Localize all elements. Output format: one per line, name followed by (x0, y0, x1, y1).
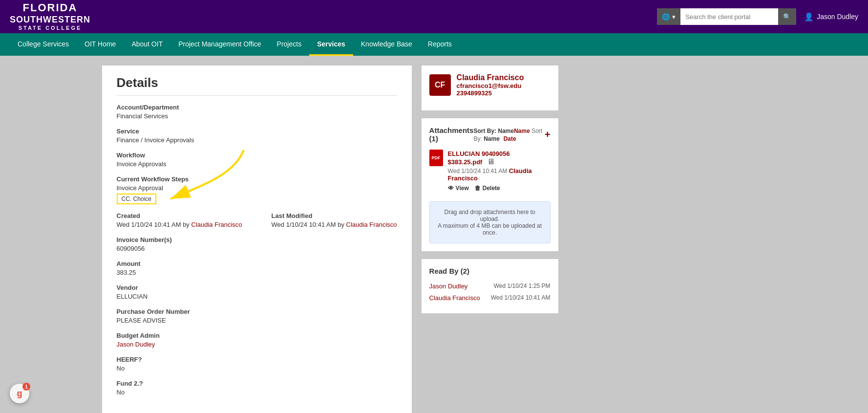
field-workflow: Workflow Invoice Approvals (117, 152, 397, 168)
budget-admin-label: Budget Admin (117, 332, 397, 339)
cc-choice-badge: CC. Choice (117, 194, 156, 204)
invoice-number-label: Invoice Number(s) (117, 236, 397, 243)
read-by-title: Read By (2) (429, 267, 470, 275)
service-label: Service (117, 128, 397, 135)
attachment-meta: Wed 1/10/24 10:41 AM Claudia Francisco (448, 167, 550, 182)
field-current-workflow-steps: Current Workflow Steps Invoice Approval … (117, 175, 397, 204)
read-by-date-0: Wed 1/10/24 1:25 PM (494, 283, 550, 289)
nav-about-oit[interactable]: About OIT (124, 33, 170, 56)
delete-attachment-link[interactable]: 🗑 Delete (475, 185, 500, 192)
drop-zone[interactable]: Drag and drop attachments here to upload… (429, 201, 550, 243)
created-value: Wed 1/10/24 10:41 AM by Claudia Francisc… (117, 221, 242, 228)
search-input[interactable] (680, 10, 778, 23)
budget-admin-link[interactable]: Jason Dudley (117, 341, 155, 348)
workflow-value: Invoice Approvals (117, 160, 397, 168)
globe-button[interactable]: 🌐 ▾ (657, 8, 680, 25)
purchase-order-value: PLEASE ADVISE (117, 317, 397, 324)
amount-value: 383.25 (117, 269, 397, 276)
monitor-icon: 🖥 (487, 157, 495, 166)
workflow-step-cc: CC. Choice (117, 194, 397, 204)
user-area: 👤 Jason Dudley (804, 12, 858, 22)
nav-reports[interactable]: Reports (420, 33, 460, 56)
invoice-number-value: 60909056 (117, 245, 397, 252)
attachments-header: Attachments (1) Sort By: NameName Sort B… (429, 126, 550, 143)
grammarly-count: 1 (22, 383, 30, 391)
main-wrapper: Details Account/Department Financial Ser… (92, 56, 776, 413)
attachment-info: ELLUCIAN 90409056 $383.25.pdf 🖥 Wed 1/10… (448, 150, 550, 192)
field-created: Created Wed 1/10/24 10:41 AM by Claudia … (117, 212, 242, 228)
workflow-step-invoice: Invoice Approval (117, 184, 397, 192)
fund2-label: Fund 2.? (117, 380, 397, 387)
read-by-card: Read By (2) Jason Dudley Wed 1/10/24 1:2… (422, 259, 558, 313)
grammarly-badge[interactable]: g 1 (10, 384, 29, 403)
vendor-label: Vendor (117, 284, 397, 291)
field-invoice-number: Invoice Number(s) 60909056 (117, 236, 397, 252)
nav-knowledge-base[interactable]: Knowledge Base (353, 33, 420, 56)
amount-label: Amount (117, 260, 397, 267)
field-last-modified: Last Modified Wed 1/10/24 10:41 AM by Cl… (272, 212, 397, 228)
read-by-link-1[interactable]: Claudia Francisco (429, 294, 480, 302)
purchase-order-label: Purchase Order Number (117, 308, 397, 315)
heerf-label: HEERF? (117, 356, 397, 363)
created-by-link[interactable]: Claudia Francisco (191, 221, 242, 228)
view-icon: 👁 (448, 185, 454, 192)
sort-controls: Sort By: NameName Sort By: Name Date (473, 127, 544, 142)
view-attachment-link[interactable]: 👁 View (448, 185, 469, 192)
search-button[interactable]: 🔍 (778, 8, 796, 25)
attachment-name-link[interactable]: ELLUCIAN 90409056 $383.25.pdf (448, 150, 510, 166)
last-modified-value: Wed 1/10/24 10:41 AM by Claudia Francisc… (272, 221, 397, 228)
contact-card: CF Claudia Francisco cfrancisco1@fsw.edu… (422, 65, 558, 110)
attachment-actions: 👁 View 🗑 Delete (448, 185, 550, 192)
read-by-row-0: Jason Dudley Wed 1/10/24 1:25 PM (429, 282, 550, 290)
account-department-value: Financial Services (117, 112, 397, 120)
nav-pmo[interactable]: Project Management Office (170, 33, 269, 56)
nav-services[interactable]: Services (309, 33, 353, 56)
navigation: College Services OIT Home About OIT Proj… (0, 33, 868, 56)
workflow-steps: Invoice Approval CC. Choice (117, 184, 397, 204)
header: FLORIDA SOUTHWESTERN STATE COLLEGE 🌐 ▾ 🔍… (0, 0, 868, 33)
vendor-value: ELLUCIAN (117, 293, 397, 300)
account-department-label: Account/Department (117, 104, 397, 111)
last-modified-by-link[interactable]: Claudia Francisco (346, 221, 397, 228)
read-by-name-0: Jason Dudley (429, 282, 468, 290)
created-modified-row: Created Wed 1/10/24 10:41 AM by Claudia … (117, 212, 397, 236)
created-label: Created (117, 212, 242, 219)
nav-projects[interactable]: Projects (269, 33, 310, 56)
sort-label: Sort By: NameName (473, 128, 531, 134)
field-account-department: Account/Department Financial Services (117, 104, 397, 120)
trash-icon: 🗑 (475, 185, 481, 192)
pdf-icon: PDF (429, 150, 443, 166)
heerf-value: No (117, 365, 397, 372)
service-value: Finance / Invoice Approvals (117, 136, 397, 144)
logo: FLORIDA SOUTHWESTERN STATE COLLEGE (10, 1, 90, 31)
budget-admin-value: Jason Dudley (117, 341, 397, 348)
read-by-header: Read By (2) (429, 267, 550, 275)
sidebar: CF Claudia Francisco cfrancisco1@fsw.edu… (422, 65, 558, 413)
current-workflow-steps-label: Current Workflow Steps (117, 175, 397, 183)
add-attachment-button[interactable]: + (545, 129, 550, 140)
field-service: Service Finance / Invoice Approvals (117, 128, 397, 144)
workflow-label: Workflow (117, 152, 397, 159)
contact-info: Claudia Francisco cfrancisco1@fsw.edu 23… (457, 73, 524, 97)
field-budget-admin: Budget Admin Jason Dudley (117, 332, 397, 348)
avatar: CF (429, 74, 451, 96)
read-by-row-1: Claudia Francisco Wed 1/10/24 10:41 AM (429, 294, 550, 302)
logo-area: FLORIDA SOUTHWESTERN STATE COLLEGE (10, 1, 90, 31)
contact-phone[interactable]: 2394899325 (457, 89, 524, 97)
attachment-item: PDF ELLUCIAN 90409056 $383.25.pdf 🖥 Wed … (429, 150, 550, 196)
contact-name-link[interactable]: Claudia Francisco (457, 73, 524, 82)
field-amount: Amount 383.25 (117, 260, 397, 276)
user-icon: 👤 (804, 12, 814, 22)
field-vendor: Vendor ELLUCIAN (117, 284, 397, 300)
field-purchase-order: Purchase Order Number PLEASE ADVISE (117, 308, 397, 324)
page-title: Details (117, 75, 397, 96)
contact-email[interactable]: cfrancisco1@fsw.edu (457, 82, 524, 89)
read-by-link-0[interactable]: Jason Dudley (429, 283, 468, 290)
nav-oit-home[interactable]: OIT Home (77, 33, 124, 56)
details-section: Details Account/Department Financial Ser… (102, 65, 412, 413)
field-fund2: Fund 2.? No (117, 380, 397, 396)
attachments-card: Attachments (1) Sort By: NameName Sort B… (422, 118, 558, 251)
header-right: 🌐 ▾ 🔍 👤 Jason Dudley (657, 8, 858, 25)
nav-college-services[interactable]: College Services (10, 33, 77, 56)
user-name: Jason Dudley (817, 13, 858, 21)
